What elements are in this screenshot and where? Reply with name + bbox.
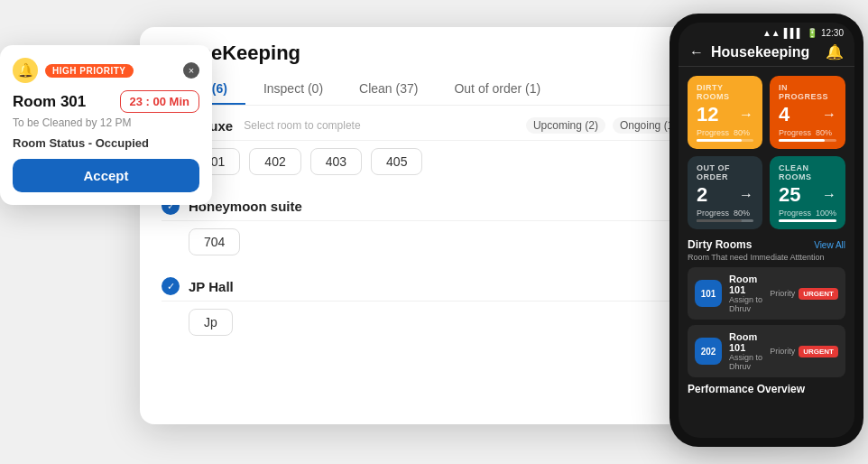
view-all-link[interactable]: View All bbox=[814, 240, 845, 250]
stat-clean-progress: Progress 100% bbox=[779, 209, 836, 218]
mobile-screen: ▲▲ ▌▌▌ 🔋 12:30 ← Housekeeping 🔔 DIRTY RO… bbox=[679, 23, 854, 438]
room-chip-402[interactable]: 402 bbox=[249, 148, 300, 175]
mobile-phone: ▲▲ ▌▌▌ 🔋 12:30 ← Housekeeping 🔔 DIRTY RO… bbox=[669, 14, 863, 447]
notification-subtitle: To be Cleaned by 12 PM bbox=[13, 116, 199, 129]
stat-clean-rooms[interactable]: CLEAN ROOMS 25 → Progress 100% bbox=[770, 156, 845, 229]
room-status: Room Status - Occupied bbox=[13, 136, 199, 150]
room-list-item-101[interactable]: 101 Room 101 Assign to Dhruv Priority UR… bbox=[688, 267, 845, 320]
stat-progress-number: 4 bbox=[779, 103, 790, 126]
dirty-rooms-title-row: Dirty Rooms View All bbox=[688, 238, 845, 251]
notification-room-row: Room 301 23 : 00 Min bbox=[13, 90, 199, 113]
stat-ooo-arrow: → bbox=[739, 187, 753, 203]
stat-ooo-number: 2 bbox=[697, 183, 707, 207]
urgent-badge-101: URGENT bbox=[799, 288, 838, 300]
section-name-jp: JP Hall bbox=[189, 279, 234, 294]
status-time: 12:30 bbox=[821, 28, 844, 38]
stat-ooo-label: OUT OF ORDER bbox=[697, 163, 753, 181]
notification-header: 🔔 HIGH PRIORITY × bbox=[13, 58, 199, 83]
room-sub-101: Assign to Dhruv bbox=[729, 295, 770, 313]
stat-ooo-progress: Progress 80% bbox=[697, 209, 753, 218]
room-info-101: Room 101 Assign to Dhruv bbox=[729, 274, 770, 313]
battery-icon: 🔋 bbox=[807, 28, 817, 38]
mobile-title: Housekeeping bbox=[711, 44, 826, 60]
priority-label-202: Priority bbox=[770, 347, 795, 356]
stat-out-of-order[interactable]: OUT OF ORDER 2 → Progress 80% bbox=[688, 156, 762, 229]
tab-out-of-order[interactable]: Out of order (1) bbox=[436, 74, 559, 105]
stat-progress-pct: Progress 80% bbox=[779, 128, 836, 137]
stat-clean-row: 25 → bbox=[779, 183, 836, 207]
filter-upcoming[interactable]: Upcoming (2) bbox=[526, 117, 605, 134]
stat-clean-arrow: → bbox=[822, 187, 836, 203]
close-button[interactable]: × bbox=[183, 62, 199, 79]
mobile-status-bar: ▲▲ ▌▌▌ 🔋 12:30 bbox=[679, 23, 854, 40]
room-chip-jp[interactable]: Jp bbox=[189, 309, 233, 336]
mobile-bell-icon[interactable]: 🔔 bbox=[826, 43, 844, 60]
room-chip-405[interactable]: 405 bbox=[371, 148, 422, 175]
stats-grid: DIRTY ROOMS 12 → Progress 80% IN PROGRES… bbox=[688, 76, 845, 229]
signal-icon: ▌▌▌ bbox=[784, 28, 803, 38]
priority-label-101: Priority bbox=[770, 289, 795, 298]
room-name: Room 301 bbox=[13, 93, 86, 111]
stat-clean-label: CLEAN ROOMS bbox=[779, 163, 836, 181]
room-chip-403[interactable]: 403 bbox=[310, 148, 362, 175]
tab-inspect[interactable]: Inspect (0) bbox=[245, 74, 341, 105]
stat-clean-number: 25 bbox=[779, 183, 800, 207]
room-name-101: Room 101 bbox=[729, 274, 770, 295]
stat-ooo-row: 2 → bbox=[697, 183, 753, 207]
dirty-rooms-sub: Room That need Immediate Atttention bbox=[688, 253, 845, 262]
section-check-jp bbox=[162, 277, 180, 295]
stat-dirty-number: 12 bbox=[697, 103, 718, 126]
room-list-item-202[interactable]: 202 Room 101 Assign to Dhruv Priority UR… bbox=[688, 325, 845, 377]
stat-dirty-label: DIRTY ROOMS bbox=[697, 83, 753, 101]
tab-clean[interactable]: Clean (37) bbox=[341, 74, 436, 105]
mobile-nav-bar: ← Housekeeping 🔔 bbox=[679, 40, 854, 67]
stat-dirty-arrow: → bbox=[739, 107, 753, 123]
performance-title: Performance Overview bbox=[688, 383, 845, 395]
dirty-rooms-heading: Dirty Rooms bbox=[688, 238, 752, 251]
stat-dirty-rooms[interactable]: DIRTY ROOMS 12 → Progress 80% bbox=[688, 76, 762, 149]
notification-card: 🔔 HIGH PRIORITY × Room 301 23 : 00 Min T… bbox=[0, 45, 212, 205]
urgent-badge-202: URGENT bbox=[799, 346, 838, 357]
section-hint-deluxe: Select room to complete bbox=[244, 119, 360, 132]
back-button[interactable]: ← bbox=[689, 44, 704, 60]
stat-progress-row: 4 → bbox=[779, 103, 836, 126]
room-chip-704[interactable]: 704 bbox=[189, 228, 240, 255]
stat-dirty-row: 12 → bbox=[697, 103, 753, 126]
stat-in-progress[interactable]: IN PROGRESS 4 → Progress 80% bbox=[770, 76, 845, 149]
room-badge-202: 202 bbox=[695, 338, 722, 365]
stat-progress-arrow: → bbox=[822, 107, 836, 123]
accept-button[interactable]: Accept bbox=[13, 159, 199, 192]
timer-badge: 23 : 00 Min bbox=[120, 90, 199, 113]
room-sub-202: Assign to Dhruv bbox=[729, 353, 770, 371]
stat-progress-label: IN PROGRESS bbox=[779, 83, 836, 101]
stat-dirty-progress: Progress 80% bbox=[697, 128, 753, 137]
mobile-content: DIRTY ROOMS 12 → Progress 80% IN PROGRES… bbox=[679, 67, 854, 438]
room-badge-101: 101 bbox=[695, 280, 722, 307]
bell-icon: 🔔 bbox=[13, 58, 38, 83]
room-name-202: Room 101 bbox=[729, 331, 770, 353]
room-info-202: Room 101 Assign to Dhruv bbox=[729, 331, 770, 371]
priority-badge: HIGH PRIORITY bbox=[45, 64, 134, 78]
wifi-icon: ▲▲ bbox=[762, 28, 780, 38]
